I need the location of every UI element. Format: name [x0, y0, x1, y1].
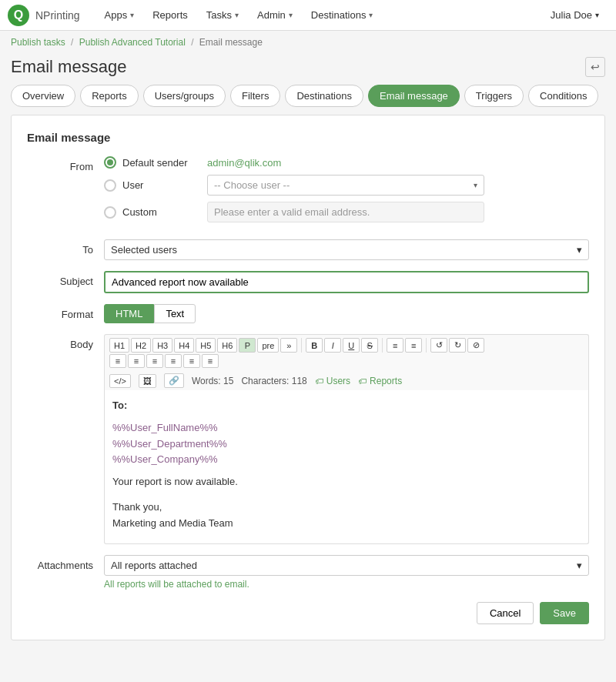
footer-buttons: Cancel Save: [27, 602, 589, 624]
tab-users-groups[interactable]: Users/groups: [143, 85, 226, 107]
word-count: Words: 15: [192, 376, 233, 386]
body-to-line: To:: [112, 398, 581, 414]
tb-underline[interactable]: U: [343, 338, 360, 353]
attachments-label: Attachments: [27, 555, 104, 571]
card-title: Email message: [27, 131, 589, 144]
radio-default-sender[interactable]: [104, 156, 116, 169]
breadcrumb: Publish tasks / Publish Advanced Tutoria…: [0, 31, 616, 54]
tb-pre[interactable]: pre: [257, 338, 279, 353]
tb-redo[interactable]: ↻: [449, 338, 466, 353]
tab-conditions[interactable]: Conditions: [528, 85, 598, 107]
attachments-row: Attachments All reports attached ▾ All r…: [27, 555, 589, 590]
logo-area: Q NPrinting: [8, 5, 80, 26]
radio-custom[interactable]: [104, 206, 116, 219]
tb-h1[interactable]: H1: [109, 338, 129, 353]
breadcrumb-tutorial[interactable]: Publish Advanced Tutorial: [79, 37, 186, 48]
toolbar-row-2: ≡ ≡ ≡ ≡ ≡ ≡: [109, 354, 584, 368]
tb-h5[interactable]: H5: [196, 338, 216, 353]
nav-user[interactable]: Julia Doe ▾: [541, 0, 608, 31]
tb-clear[interactable]: ⊘: [467, 338, 484, 353]
attachments-caret-icon: ▾: [577, 560, 582, 571]
tab-overview[interactable]: Overview: [11, 85, 75, 107]
toolbar-row-1: H1 H2 H3 H4 H5 H6 P pre » B I U S: [109, 338, 584, 353]
tb-indent[interactable]: ≡: [183, 354, 200, 368]
to-value: Selected users: [111, 244, 177, 256]
body-line4: Your report is now available.: [112, 474, 581, 490]
user-dropdown[interactable]: -- Choose user -- ▾: [207, 175, 484, 196]
char-count: Characters: 118: [241, 376, 306, 386]
tag-reports[interactable]: 🏷 Reports: [358, 376, 402, 386]
user-label: User: [122, 179, 207, 191]
tb-outdent[interactable]: ≡: [202, 354, 219, 368]
main-content: Email message From Default sender admin@…: [0, 115, 616, 651]
format-text-button[interactable]: Text: [154, 304, 196, 323]
tb-blockquote[interactable]: »: [280, 338, 297, 353]
top-nav: Q NPrinting Apps ▾ Reports Tasks ▾ Admin…: [0, 0, 616, 31]
tb-strikethrough[interactable]: S: [361, 338, 378, 353]
tab-filters[interactable]: Filters: [230, 85, 280, 107]
format-group: HTML Text: [104, 304, 589, 323]
page-title-area: Email message ↩: [0, 54, 616, 85]
attachments-content: All reports attached ▾ All reports will …: [104, 555, 589, 590]
tb-h3[interactable]: H3: [152, 338, 172, 353]
tb-sep1: [301, 338, 302, 353]
format-html-button[interactable]: HTML: [104, 304, 154, 323]
product-name: NPrinting: [35, 9, 80, 22]
tb-bold[interactable]: B: [306, 338, 323, 353]
nav-reports[interactable]: Reports: [143, 0, 197, 31]
back-button[interactable]: ↩: [585, 57, 605, 77]
tb-undo[interactable]: ↺: [430, 338, 447, 353]
tab-reports[interactable]: Reports: [80, 85, 139, 107]
nav-tasks[interactable]: Tasks ▾: [197, 0, 248, 31]
breadcrumb-publish-tasks[interactable]: Publish tasks: [11, 37, 65, 48]
editor-body[interactable]: To: %%User_FullName%% %%User_Department%…: [104, 390, 589, 544]
from-row: From Default sender admin@qlik.com User …: [27, 156, 589, 229]
tb-align-left[interactable]: ≡: [109, 354, 126, 368]
nav-admin[interactable]: Admin ▾: [248, 0, 302, 31]
user-caret-icon: ▾: [595, 11, 599, 19]
caret-icon: ▾: [235, 11, 239, 19]
tb-sep3: [426, 338, 427, 353]
tb-code-view[interactable]: </>: [109, 374, 131, 388]
tb-link[interactable]: 🔗: [164, 373, 184, 388]
tab-destinations[interactable]: Destinations: [285, 85, 363, 107]
to-dropdown[interactable]: Selected users ▾: [104, 239, 589, 260]
to-content: Selected users ▾: [104, 239, 589, 260]
tag-users[interactable]: 🏷 Users: [315, 376, 350, 386]
from-label: From: [27, 156, 104, 172]
editor-toolbar: H1 H2 H3 H4 H5 H6 P pre » B I U S: [104, 334, 589, 371]
tb-align-center[interactable]: ≡: [128, 354, 145, 368]
radio-user[interactable]: [104, 179, 116, 192]
to-row: To Selected users ▾: [27, 239, 589, 260]
tb-h2[interactable]: H2: [131, 338, 151, 353]
tag-icon: 🏷: [315, 376, 323, 386]
format-label: Format: [27, 304, 104, 320]
tab-email-message[interactable]: Email message: [368, 85, 460, 107]
cancel-button[interactable]: Cancel: [477, 602, 534, 624]
body-line6: Thank you,: [112, 500, 581, 516]
attachments-value: All reports attached: [111, 560, 197, 571]
nav-apps[interactable]: Apps ▾: [95, 0, 144, 31]
qlik-logo-icon: Q: [8, 5, 29, 26]
tb-align-right[interactable]: ≡: [146, 354, 163, 368]
tab-triggers[interactable]: Triggers: [464, 85, 524, 107]
nav-destinations[interactable]: Destinations ▾: [302, 0, 383, 31]
body-row: Body H1 H2 H3 H4 H5 H6 P pre »: [27, 334, 589, 544]
custom-label: Custom: [122, 206, 207, 218]
tb-ul[interactable]: ≡: [387, 338, 403, 353]
save-button[interactable]: Save: [540, 602, 589, 624]
user-dropdown-placeholder: -- Choose user --: [214, 179, 290, 191]
attachments-note: All reports will be attached to email.: [104, 579, 589, 590]
tb-p[interactable]: P: [239, 338, 256, 353]
tb-italic[interactable]: I: [324, 338, 341, 353]
tb-image[interactable]: 🖼: [139, 374, 156, 388]
caret-icon: ▾: [130, 11, 134, 19]
from-option-custom: Custom Please enter a valid email addres…: [104, 202, 589, 222]
custom-email-input[interactable]: Please enter a valid email address.: [207, 202, 484, 222]
subject-input[interactable]: [104, 271, 589, 293]
tb-ol[interactable]: ≡: [405, 338, 422, 353]
tb-h4[interactable]: H4: [174, 338, 194, 353]
attachments-dropdown[interactable]: All reports attached ▾: [104, 555, 589, 576]
tb-h6[interactable]: H6: [217, 338, 237, 353]
tb-align-justify[interactable]: ≡: [165, 354, 182, 368]
